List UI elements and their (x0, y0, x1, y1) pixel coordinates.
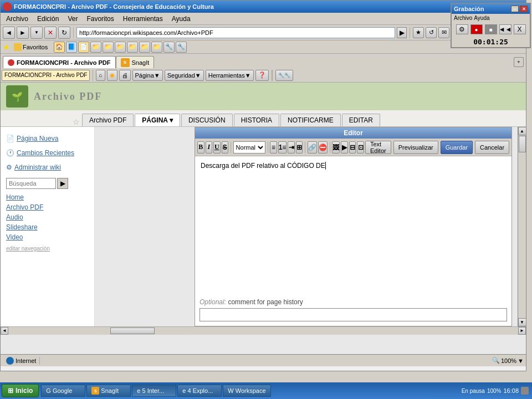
sidebar-nueva-link[interactable]: Página Nueva (17, 135, 58, 142)
italic-button[interactable]: I (206, 141, 213, 154)
horizontal-scrollbar[interactable]: ◄ ► (1, 326, 526, 334)
image-button[interactable]: 🖼 (332, 141, 340, 154)
taskbar-workspace[interactable]: W Workspace (223, 385, 270, 397)
bm-icon-5[interactable]: 📁 (103, 42, 114, 53)
embed-button[interactable]: ⊡ (357, 141, 364, 154)
dropdown-button[interactable]: ▼ (30, 27, 43, 39)
video-button[interactable]: ▶ (341, 141, 348, 154)
bm-icon-10[interactable]: 🔧 (163, 42, 175, 53)
recording-settings-button[interactable]: ⚙ (456, 24, 468, 34)
table-button[interactable]: ⊞ (296, 141, 303, 154)
history-comment-input[interactable] (200, 308, 507, 321)
security-btn[interactable]: Seguridad ▼ (165, 70, 204, 81)
cancel-button[interactable]: Cancelar (475, 141, 509, 154)
vertical-scrollbar[interactable]: ▲ ▼ (518, 127, 526, 326)
snagit-tab[interactable]: S SnagIt (116, 56, 155, 68)
recording-next-button[interactable]: X (514, 24, 526, 34)
menu-ayuda[interactable]: Ayuda (168, 14, 194, 24)
bm-icon-7[interactable]: 📁 (127, 42, 138, 53)
bold-button[interactable]: B (197, 141, 204, 154)
bm-icon-8[interactable]: 📁 (139, 42, 150, 53)
sidebar-audio-link[interactable]: Audio (6, 213, 89, 221)
sidebar-slideshare-link[interactable]: Slideshare (6, 223, 89, 231)
favorites-link[interactable]: Favoritos (12, 43, 50, 52)
bm-icon-6[interactable]: 📁 (115, 42, 126, 53)
sidebar-administrar-link[interactable]: Administrar wiki (14, 163, 61, 171)
taskbar-snagit[interactable]: S SnagIt (86, 385, 131, 397)
indent-button[interactable]: ⇥ (288, 141, 295, 154)
recording-close-button[interactable]: ✕ (520, 6, 528, 12)
editor-body[interactable]: Descarga del PDF relativo al CÓDIGO DE (195, 156, 511, 267)
recording-ayuda-menu[interactable]: Ayuda (474, 15, 489, 21)
scroll-left-button[interactable]: ◄ (1, 327, 8, 335)
back-button[interactable] (3, 27, 15, 39)
taskbar-google[interactable]: G Google (41, 385, 85, 397)
mail-btn[interactable]: ✉ (438, 27, 449, 38)
scroll-right-button[interactable]: ► (518, 327, 526, 335)
go-button[interactable]: ▶ (397, 27, 407, 38)
paragraph-style-select[interactable]: Normal (233, 141, 265, 154)
sidebar-search-input[interactable] (6, 178, 56, 189)
menu-archivo[interactable]: Archivo (3, 14, 32, 24)
notificarme-tab[interactable]: NOTIFICARME (280, 114, 341, 126)
text-editor-button[interactable]: Text Editor (365, 141, 391, 154)
unlink-button[interactable]: ⛔ (318, 141, 328, 154)
menu-favoritos[interactable]: Favoritos (83, 14, 117, 24)
historia-tab[interactable]: HISTORIA (234, 114, 279, 126)
sidebar-recientes-link[interactable]: Cambios Recientes (17, 149, 74, 157)
sidebar-search-button[interactable]: ▶ (57, 178, 68, 189)
scroll-down-button[interactable]: ▼ (518, 318, 526, 326)
help-btn[interactable]: ❓ (255, 70, 269, 81)
bm-icon-4[interactable]: 📁 (90, 42, 101, 53)
address-bar[interactable]: http://formacioncpri.wikispaces.com/Arch… (76, 27, 395, 38)
bm-icon-9[interactable]: 📁 (151, 42, 162, 53)
tools-nav-btn[interactable]: Herramientas ▼ (206, 70, 254, 81)
widget-button[interactable]: ⊟ (349, 141, 356, 154)
unordered-list-button[interactable]: ≡ (270, 141, 277, 154)
bookmark-btn[interactable]: ★ (413, 27, 424, 38)
more-tools-btn[interactable]: 🔧🔧 (275, 70, 293, 81)
bm-icon-2[interactable]: 📘 (66, 42, 77, 53)
stop-button[interactable] (44, 27, 57, 39)
pagina-tab[interactable]: PÁGINA ▾ (135, 114, 180, 126)
refresh-feeds-btn[interactable]: ↺ (426, 27, 437, 38)
recording-prev-button[interactable]: ◄◄ (499, 24, 511, 34)
discusion-tab[interactable]: DISCUSIÓN (181, 114, 233, 126)
recording-minimize-button[interactable]: ─ (511, 6, 519, 12)
sidebar-editar-nav-link[interactable]: editar navegación (6, 245, 89, 252)
home-tool-btn[interactable]: ⌂ (96, 70, 105, 81)
h-scroll-thumb[interactable] (110, 328, 155, 334)
ordered-list-button[interactable]: 1≡ (278, 141, 287, 154)
scroll-up-button[interactable]: ▲ (518, 127, 526, 135)
page-nav-btn[interactable]: Página ▼ (132, 70, 163, 81)
sidebar-archivo-link[interactable]: Archivo PDF (6, 203, 89, 211)
save-button[interactable]: Guardar (441, 141, 473, 154)
formacion-tab[interactable]: FORMACIONCPRI - Archivo PDF (2, 70, 90, 81)
taskbar-ie-2[interactable]: e 4 Explo... (177, 385, 222, 397)
start-button[interactable]: ⊞ Inicio (2, 384, 39, 397)
bm-icon-3[interactable]: 📄 (78, 42, 89, 53)
menu-edicion[interactable]: Edición (34, 14, 62, 24)
editar-tab[interactable]: EDITAR (342, 114, 380, 126)
menu-herramientas[interactable]: Herramientas (120, 14, 166, 24)
archivo-pdf-tab[interactable]: Archivo PDF (82, 114, 134, 126)
recording-stop-button[interactable]: ■ (485, 24, 497, 34)
taskbar-ie-1[interactable]: e 5 Inter... (132, 385, 176, 397)
sidebar-video-link[interactable]: Video (6, 233, 89, 241)
main-tab[interactable]: FORMACIONCPRI - Archivo PDF (3, 56, 116, 68)
link-button[interactable]: 🔗 (308, 141, 317, 154)
new-tab-btn[interactable]: + (514, 57, 524, 68)
menu-ver[interactable]: Ver (64, 14, 81, 24)
bm-icon-11[interactable]: 🔧 (176, 42, 187, 53)
sidebar-home-link[interactable]: Home (6, 193, 89, 201)
scroll-thumb[interactable] (519, 136, 526, 152)
underline-button[interactable]: U (213, 141, 221, 154)
print-btn[interactable]: 🖨 (119, 70, 131, 81)
forward-button[interactable] (17, 27, 29, 39)
zoom-control[interactable]: 🔍 100% ▼ (492, 357, 524, 364)
recording-record-button[interactable]: ● (470, 24, 483, 34)
refresh-button[interactable] (58, 27, 70, 39)
preview-button[interactable]: Previsualizar (393, 141, 438, 154)
rss-btn[interactable]: ◉ (107, 70, 117, 81)
bm-icon-1[interactable]: 🏠 (54, 42, 65, 53)
